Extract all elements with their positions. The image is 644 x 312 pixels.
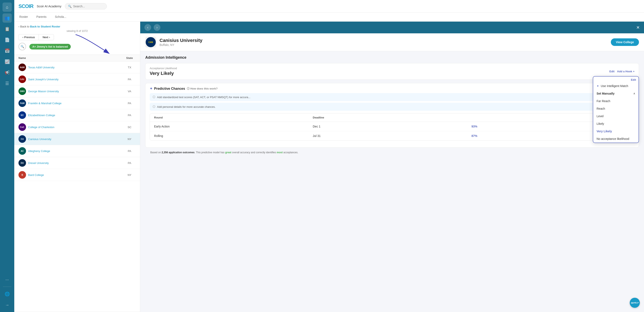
sidebar-icon-activity[interactable]: 📈 — [2, 57, 12, 66]
modal-prev-button[interactable]: ‹ — [144, 24, 151, 31]
college-list: A&M Texas A&M University TX SJU Saint Jo… — [14, 61, 140, 312]
list-item[interactable]: GMU George Mason University VA — [14, 85, 140, 97]
how-does-this-work-link[interactable]: ⓘ How does this work? — [187, 87, 218, 91]
college-name[interactable]: Elizabethtown College — [28, 114, 121, 117]
sidebar-icon-home[interactable]: ⌂ — [2, 2, 12, 12]
sidebar-icon-calendar[interactable]: 📅 — [2, 46, 12, 55]
college-state: PA — [123, 161, 136, 165]
info-card-scores: ⓘ Add standardized test scores (SAT, ACT… — [150, 93, 634, 101]
college-state: SC — [123, 126, 136, 129]
help-button[interactable]: ∞ HELP — [630, 298, 640, 308]
table-row: Early Action Dec 1 93% — [150, 122, 634, 131]
dropdown-edit-row: Edit — [593, 76, 638, 82]
back-to-roster-link[interactable]: ‹ Back to Back to Student Roster — [18, 25, 136, 28]
college-logo: AC — [18, 147, 26, 155]
college-logo: A&M — [18, 63, 26, 71]
likelihood-actions: Edit Add a Hook + — [609, 70, 634, 73]
college-name[interactable]: Texas A&M University — [28, 66, 121, 69]
likelihood-card: Acceptance Likelihood Very Likely Edit A… — [145, 63, 639, 80]
dropdown-option-very-likely[interactable]: Very Likely — [593, 127, 638, 135]
college-logo: F&M — [18, 99, 26, 107]
college-state: PA — [123, 149, 136, 153]
tab-roster[interactable]: Roster — [18, 12, 29, 21]
left-panel: ‹ Back to Back to Student Roster viewing… — [14, 21, 140, 312]
college-name[interactable]: Saint Joseph's University — [28, 78, 121, 81]
college-name[interactable]: George Mason University — [28, 90, 121, 93]
student-search-button[interactable]: 🔍 — [18, 43, 26, 50]
sidebar-icon-students[interactable]: 👥 — [2, 13, 12, 23]
predictive-title: ✦ Predictive Chances ⓘ How does this wor… — [150, 87, 634, 91]
list-item[interactable]: DU Drexel University PA — [14, 157, 140, 169]
list-item[interactable]: SJU Saint Joseph's University PA — [14, 73, 140, 85]
college-logo: CU — [18, 135, 26, 143]
dropdown-option-likely[interactable]: Likely — [593, 120, 638, 127]
sidebar-icon-documents[interactable]: 📄 — [2, 35, 12, 44]
dropdown-option-reach[interactable]: Reach — [593, 105, 638, 112]
dropdown-option-no-likelihood[interactable]: No acceptance likelihood — [593, 135, 638, 143]
table-row: Rolling Jul 31 87% — [150, 131, 634, 140]
sidebar-icon-reports[interactable]: 📋 — [2, 24, 12, 33]
tab-parents[interactable]: Parents — [36, 12, 47, 21]
college-logo: GMU — [18, 87, 26, 95]
modal-next-button[interactable]: › — [154, 24, 160, 31]
list-item[interactable]: B Bard College NY — [14, 169, 140, 181]
college-logo: EC — [18, 111, 26, 119]
list-item[interactable]: AC Allegheny College PA — [14, 145, 140, 157]
logo: SCOIR — [18, 3, 34, 9]
round-name: Rolling — [154, 134, 313, 138]
college-logo: B — [18, 171, 26, 179]
college-logo: CoC — [18, 123, 26, 131]
col-header-state: State — [123, 56, 136, 59]
college-state: TX — [123, 66, 136, 69]
info-icon-1: ⓘ — [152, 95, 155, 99]
round-deadline: Dec 1 — [313, 125, 472, 128]
school-name: Scoir AI Academy — [37, 4, 62, 8]
edit-likelihood-button[interactable]: Edit — [609, 70, 614, 73]
list-item[interactable]: CoC College of Charleston SC — [14, 121, 140, 133]
dropdown-edit-button[interactable]: Edit — [631, 78, 636, 81]
dropdown-set-manually[interactable]: Set Manually ∧ — [593, 90, 638, 97]
sidebar-icon-globe[interactable]: 🌐 — [2, 289, 12, 299]
list-item[interactable]: CU Canisius University NY — [14, 133, 140, 145]
college-name[interactable]: Allegheny College — [28, 149, 121, 153]
list-item[interactable]: A&M Texas A&M University TX — [14, 61, 140, 73]
search-icon: 🔍 — [68, 4, 72, 8]
modal-header: ‹ › ✕ — [140, 21, 644, 33]
modal-close-button[interactable]: ✕ — [636, 25, 640, 30]
college-list-header: Name State — [14, 54, 140, 61]
next-chevron-icon: › — [49, 36, 50, 39]
sidebar-icon-announcements[interactable]: 📢 — [2, 68, 12, 77]
dropdown-option-level[interactable]: Level — [593, 112, 638, 120]
college-name[interactable]: Canisius University — [28, 138, 121, 141]
prev-next-bar: ‹ Previous Next › — [18, 34, 136, 40]
search-bar[interactable]: 🔍 — [65, 3, 107, 9]
chevron-left-icon: ‹ — [147, 25, 148, 29]
college-name[interactable]: Bard College — [28, 173, 121, 177]
right-panel: ‹ › ✕ CAN Canisius University Buffalo, — [140, 21, 644, 312]
college-logo: SJU — [18, 75, 26, 83]
dropdown-option-far-reach[interactable]: Far Reach — [593, 97, 638, 105]
tab-schola[interactable]: Schola... — [54, 12, 67, 21]
admission-section: Admission Intelligence Acceptance Likeli… — [140, 51, 644, 163]
sidebar-icon-logout[interactable]: → — [2, 300, 12, 310]
round-deadline: Jul 31 — [313, 134, 472, 138]
college-name[interactable]: College of Charleston — [28, 126, 121, 129]
sidebar-icon-more[interactable]: ··· — [2, 275, 12, 284]
add-hook-button[interactable]: Add a Hook + — [617, 70, 634, 73]
view-college-button[interactable]: View College — [611, 38, 639, 46]
search-input[interactable] — [73, 4, 103, 8]
previous-button[interactable]: ‹ Previous — [18, 34, 38, 40]
dropdown-intelligent-match[interactable]: ✦ Use Intelligent Match — [593, 82, 638, 90]
list-item[interactable]: F&M Franklin & Marshall College PA — [14, 97, 140, 109]
sidebar-icon-list[interactable]: ☰ — [2, 79, 12, 88]
prev-chevron-icon: ‹ — [22, 36, 23, 39]
next-button[interactable]: Next › — [38, 34, 54, 40]
list-item[interactable]: EC Elizabethtown College PA — [14, 109, 140, 121]
college-name[interactable]: Drexel University — [28, 161, 121, 165]
college-name[interactable]: Franklin & Marshall College — [28, 102, 121, 105]
col-deadline: Deadline — [313, 116, 472, 119]
college-detail-location: Buffalo, NY — [160, 43, 608, 46]
college-state: PA — [123, 102, 136, 105]
college-state: NY — [123, 138, 136, 141]
header-actions: 🔍 A+ Jimmy's list is balanced — [18, 43, 136, 50]
